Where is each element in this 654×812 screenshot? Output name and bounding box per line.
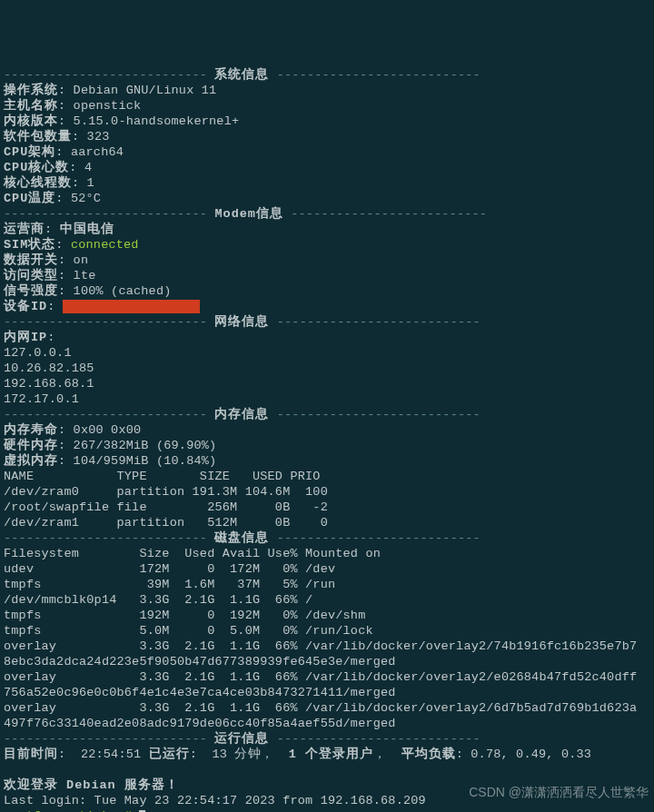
section-network: 网络信息 <box>214 315 269 329</box>
now-label: 目前时间 <box>4 748 58 761</box>
arch-label: CPU架构 <box>4 145 55 159</box>
ip-2: 192.168.68.1 <box>4 377 94 391</box>
cores-label: CPU核心数 <box>4 161 69 174</box>
vmem-label: 虚拟内存 <box>4 454 58 468</box>
swap-header: NAME TYPE SIZE USED PRIO <box>4 470 321 483</box>
memlife-label: 内存寿命 <box>4 423 58 437</box>
lan-label: 内网IP <box>4 331 47 344</box>
disk-row-8: 756a52e0c96e0c0b6f4e1c4e3e7ca4ce03b84732… <box>4 686 396 699</box>
lastlogin-line: Last login: Tue May 23 22:54:17 2023 fro… <box>4 794 426 807</box>
sim-value: connected <box>71 238 139 252</box>
signal-value: 100% (cached) <box>74 284 172 298</box>
load-label: 平均负载 <box>401 748 456 761</box>
os-value: Debian GNU/Linux 11 <box>74 84 217 97</box>
disk-row-1: tmpfs 39M 1.6M 37M 5% /run <box>4 578 335 591</box>
kernel-label: 内核版本 <box>4 114 58 128</box>
threads-value: 1 <box>87 176 94 190</box>
disk-header: Filesystem Size Used Avail Use% Mounted … <box>4 547 381 560</box>
vmem-value: 104/959MiB (10.84%) <box>74 454 217 468</box>
devid-value <box>63 300 200 313</box>
disk-row-5: overlay 3.3G 2.1G 1.1G 66% /var/lib/dock… <box>4 639 637 653</box>
ip-1: 10.26.82.185 <box>4 361 94 375</box>
swap-row-2: /dev/zram1 partition 512M 0B 0 <box>4 516 328 530</box>
signal-label: 信号强度 <box>4 284 58 298</box>
pkg-label: 软件包数量 <box>4 130 72 144</box>
welcome-line: 欢迎登录 Debian 服务器！ <box>4 778 179 792</box>
os-label: 操作系统 <box>4 84 58 97</box>
disk-row-0: udev 172M 0 172M 0% /dev <box>4 562 335 576</box>
temp-value: 52°C <box>71 192 101 205</box>
disk-row-6: 8ebc3da2dca24d223e5f9050b47d677389939fe6… <box>4 655 396 668</box>
temp-label: CPU温度 <box>4 192 55 205</box>
ip-0: 127.0.0.1 <box>4 346 72 360</box>
section-system: 系统信息 <box>214 68 269 82</box>
threads-label: 核心线程数 <box>4 176 72 190</box>
apn-label: 访问类型 <box>4 269 58 282</box>
up-label: 已运行 <box>149 748 190 761</box>
arch-value: aarch64 <box>71 145 124 159</box>
watermark: CSDN @潇潇洒洒看尽人世繁华 <box>469 785 649 801</box>
hwmem-value: 267/382MiB (69.90%) <box>74 439 217 452</box>
disk-row-9: overlay 3.3G 2.1G 1.1G 66% /var/lib/dock… <box>4 701 637 715</box>
disk-row-10: 497f76c33140ead2e08adc9179de06cc40f85a4a… <box>4 717 396 730</box>
memlife-value: 0x00 0x00 <box>74 423 142 437</box>
terminal-output: --------------------------- 系统信息 -------… <box>4 67 650 812</box>
data-label: 数据开关 <box>4 253 58 267</box>
disk-row-7: overlay 3.3G 2.1G 1.1G 66% /var/lib/dock… <box>4 670 637 684</box>
apn-value: lte <box>74 269 96 282</box>
disk-row-3: tmpfs 192M 0 192M 0% /dev/shm <box>4 609 365 622</box>
ip-3: 172.17.0.1 <box>4 392 79 406</box>
sim-label: SIM状态 <box>4 238 55 252</box>
data-value: on <box>74 253 89 267</box>
section-modem: Modem信息 <box>214 207 283 221</box>
kernel-value: 5.15.0-handsomekernel+ <box>74 114 240 128</box>
disk-row-4: tmpfs 5.0M 0 5.0M 0% /run/lock <box>4 624 373 638</box>
section-memory: 内存信息 <box>214 408 269 421</box>
pkg-value: 323 <box>87 130 110 144</box>
section-disk: 磁盘信息 <box>214 531 269 545</box>
users-value: 1 个登录用户 <box>289 748 373 761</box>
carrier-label: 运营商 <box>4 223 45 236</box>
load-value: 0.78, 0.49, 0.33 <box>471 748 591 761</box>
now-value: 22:54:51 <box>81 748 141 761</box>
swap-row-0: /dev/zram0 partition 191.3M 104.6M 100 <box>4 485 328 499</box>
hwmem-label: 硬件内存 <box>4 439 58 452</box>
host-label: 主机名称 <box>4 99 58 113</box>
host-value: openstick <box>74 99 142 113</box>
up-value: 13 分钟 <box>213 748 261 761</box>
section-runtime: 运行信息 <box>214 732 269 746</box>
carrier-value: 中国电信 <box>60 223 114 236</box>
disk-row-2: /dev/mmcblk0p14 3.3G 2.1G 1.1G 66% / <box>4 593 312 607</box>
cores-value: 4 <box>84 161 92 174</box>
swap-row-1: /root/swapfile file 256M 0B -2 <box>4 500 328 514</box>
devid-label: 设备ID <box>4 300 47 313</box>
